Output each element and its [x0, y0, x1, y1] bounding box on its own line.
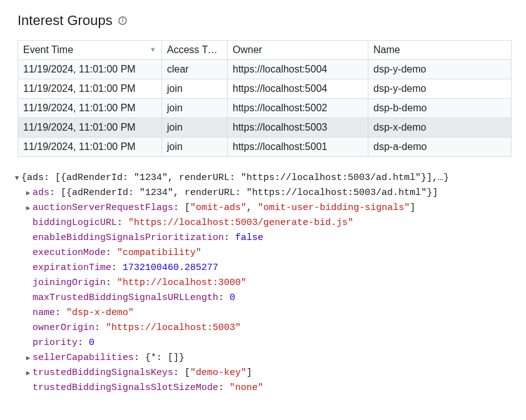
tree-value: "compatibility"	[117, 248, 201, 258]
panel-header: Interest Groups	[18, 12, 513, 29]
tree-value: "http://localhost:3000"	[117, 278, 246, 288]
tree-root[interactable]: ▼ {ads: [{adRenderId: "1234", renderURL:…	[13, 171, 513, 186]
tree-node-execution-mode[interactable]: ▶ executionMode: "compatibility"	[13, 246, 513, 261]
tree-key: auctionServerRequestFlags	[33, 202, 173, 213]
cell-type: join	[162, 79, 228, 99]
disclosure-closed-icon[interactable]: ▶	[24, 188, 33, 199]
tree-node-owner-origin[interactable]: ▶ ownerOrigin: "https://localhost:5003"	[13, 321, 513, 336]
disclosure-open-icon[interactable]: ▼	[13, 173, 21, 184]
sort-desc-icon: ▼	[149, 46, 156, 53]
info-icon[interactable]	[118, 16, 128, 26]
tree-key: priority	[33, 338, 78, 348]
cell-time: 11/19/2024, 11:01:00 PM	[18, 99, 162, 118]
cell-owner: https://localhost:5001	[228, 138, 368, 157]
col-header-label: Event Time	[23, 44, 73, 55]
cell-type: join	[162, 99, 228, 118]
svg-point-2	[122, 19, 123, 19]
tree-node-priority[interactable]: ▶ priority: 0	[13, 336, 513, 351]
tree-key: sellerCapabilities	[33, 352, 134, 363]
cell-type: join	[162, 118, 228, 138]
tree-key: ads	[33, 188, 49, 198]
tree-key: trustedBiddingSignalsSlotSizeMode	[33, 382, 218, 393]
table-row[interactable]: 11/19/2024, 11:01:00 PMjoinhttps://local…	[18, 99, 512, 118]
tree-key: enableBiddingSignalsPrioritization	[33, 232, 224, 243]
tree-value: [{adRenderId: "1234", renderURL: "https:…	[61, 188, 438, 198]
tree-value: 1732100460.285277	[123, 262, 218, 273]
cell-time: 11/19/2024, 11:01:00 PM	[18, 79, 162, 99]
cell-time: 11/19/2024, 11:01:00 PM	[18, 138, 162, 157]
tree-node-enable-bidding-signals-prioritization[interactable]: ▶ enableBiddingSignalsPrioritization: fa…	[13, 231, 513, 246]
tree-value: 0	[230, 292, 235, 303]
tree-node-auction-server-request-flags[interactable]: ▶ auctionServerRequestFlags: ["omit-ads"…	[13, 201, 513, 216]
col-header-event-time[interactable]: Event Time ▼	[18, 41, 162, 60]
tree-value: {*: []}	[145, 352, 185, 363]
cell-name: dsp-y-demo	[368, 60, 512, 79]
col-header-name[interactable]: Name	[368, 41, 512, 60]
tree-key: trustedBiddingSignalsKeys	[33, 368, 173, 378]
cell-name: dsp-b-demo	[368, 99, 512, 118]
tree-node-joining-origin[interactable]: ▶ joiningOrigin: "http://localhost:3000"	[13, 276, 513, 291]
cell-time: 11/19/2024, 11:01:00 PM	[18, 118, 162, 138]
cell-owner: https://localhost:5002	[228, 99, 368, 118]
table-row[interactable]: 11/19/2024, 11:01:00 PMclearhttps://loca…	[18, 60, 512, 79]
tree-value: ["demo-key"]	[185, 368, 252, 378]
events-table: Event Time ▼ Access Ty… Owner Name 11/19…	[18, 40, 512, 157]
cell-owner: https://localhost:5004	[228, 79, 368, 99]
tree-key: biddingLogicURL	[33, 218, 117, 228]
tree-key: ownerOrigin	[33, 322, 94, 333]
table-row[interactable]: 11/19/2024, 11:01:00 PMjoinhttps://local…	[18, 138, 512, 157]
tree-value: "https://localhost:5003/generate-bid.js"	[128, 218, 353, 228]
table-row[interactable]: 11/19/2024, 11:01:00 PMjoinhttps://local…	[18, 118, 512, 138]
tree-node-trusted-bidding-signals-slot-size-mode[interactable]: ▶ trustedBiddingSignalsSlotSizeMode: "no…	[13, 381, 513, 396]
tree-root-summary: {ads: [{adRenderId: "1234", renderURL: "…	[21, 171, 449, 186]
tree-value: "dsp-x-demo"	[66, 308, 134, 318]
tree-node-bidding-logic-url[interactable]: ▶ biddingLogicURL: "https://localhost:50…	[13, 216, 513, 231]
tree-key: maxTrustedBiddingSignalsURLLength	[33, 292, 218, 303]
cell-owner: https://localhost:5003	[228, 118, 368, 138]
tree-key: joiningOrigin	[33, 278, 106, 288]
page-title: Interest Groups	[18, 12, 113, 29]
tree-value: "none"	[230, 382, 263, 393]
cell-name: dsp-a-demo	[368, 138, 512, 157]
cell-type: join	[162, 138, 228, 157]
table-row[interactable]: 11/19/2024, 11:01:00 PMjoinhttps://local…	[18, 79, 512, 99]
tree-node-ads[interactable]: ▶ ads: [{adRenderId: "1234", renderURL: …	[13, 186, 513, 201]
disclosure-closed-icon[interactable]: ▶	[24, 203, 33, 214]
cell-owner: https://localhost:5004	[228, 60, 368, 79]
tree-key: expirationTime	[33, 262, 111, 273]
cell-name: dsp-y-demo	[368, 79, 512, 99]
cell-name: dsp-x-demo	[368, 118, 512, 138]
col-header-owner[interactable]: Owner	[228, 41, 368, 60]
tree-node-trusted-bidding-signals-keys[interactable]: ▶ trustedBiddingSignalsKeys: ["demo-key"…	[13, 366, 513, 381]
tree-key: name	[33, 308, 55, 318]
disclosure-closed-icon[interactable]: ▶	[24, 368, 33, 379]
object-inspector: ▼ {ads: [{adRenderId: "1234", renderURL:…	[13, 171, 513, 396]
tree-value: 0	[89, 338, 94, 348]
cell-type: clear	[162, 60, 228, 79]
tree-value: "https://localhost:5003"	[106, 322, 241, 333]
tree-key: executionMode	[33, 248, 106, 258]
tree-value: ["omit-ads", "omit-user-bidding-signals"…	[185, 202, 415, 213]
table-header-row: Event Time ▼ Access Ty… Owner Name	[18, 41, 512, 60]
tree-node-expiration-time[interactable]: ▶ expirationTime: 1732100460.285277	[13, 261, 513, 276]
disclosure-closed-icon[interactable]: ▶	[24, 353, 33, 364]
cell-time: 11/19/2024, 11:01:00 PM	[18, 60, 162, 79]
tree-value: false	[235, 232, 263, 243]
tree-node-seller-capabilities[interactable]: ▶ sellerCapabilities: {*: []}	[13, 351, 513, 366]
col-header-access-type[interactable]: Access Ty…	[162, 41, 228, 60]
tree-node-name[interactable]: ▶ name: "dsp-x-demo"	[13, 306, 513, 321]
tree-node-max-trusted-bidding-signals-url-length[interactable]: ▶ maxTrustedBiddingSignalsURLLength: 0	[13, 291, 513, 306]
